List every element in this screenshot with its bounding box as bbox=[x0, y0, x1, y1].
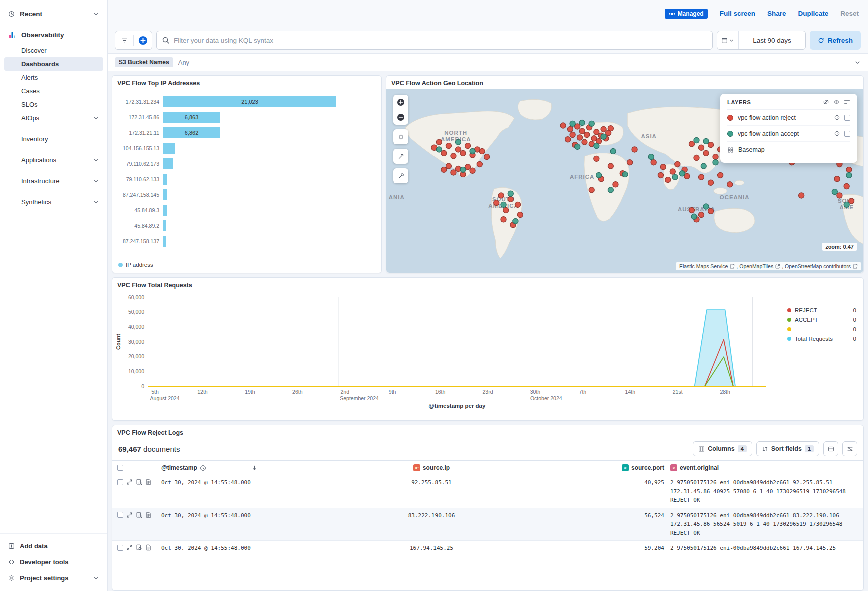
set-view-button[interactable] bbox=[393, 129, 408, 144]
sidebar-footer-project-settings[interactable]: Project settings bbox=[4, 570, 103, 586]
map-region-label: ASIA bbox=[641, 133, 657, 139]
bar[interactable] bbox=[163, 174, 167, 185]
bar[interactable]: 6,863 bbox=[163, 112, 220, 123]
columns-button[interactable]: Columns 4 bbox=[693, 441, 752, 456]
view-document-icon[interactable] bbox=[136, 544, 142, 551]
sort-fields-button[interactable]: Sort fields 1 bbox=[756, 441, 819, 456]
time-range-value[interactable]: Last 90 days bbox=[739, 37, 805, 44]
sidebar-item-alerts[interactable]: Alerts bbox=[4, 71, 103, 84]
column-header-timestamp[interactable]: @timestamp bbox=[158, 464, 261, 471]
chevron-down-icon[interactable] bbox=[93, 199, 99, 205]
attribution-link[interactable]: OpenStreetMap contributors bbox=[785, 263, 851, 269]
map-tools-button[interactable] bbox=[393, 168, 408, 183]
single-document-icon[interactable] bbox=[145, 544, 152, 551]
bar-chart-row: 79.110.62.133 bbox=[115, 171, 374, 187]
row-checkbox[interactable] bbox=[117, 545, 123, 551]
chevron-down-icon[interactable] bbox=[93, 575, 99, 581]
attribution-link[interactable]: OpenMapTiles bbox=[739, 263, 773, 269]
bar[interactable]: 21,023 bbox=[163, 96, 336, 107]
search-input[interactable] bbox=[174, 37, 707, 44]
total-requests-chart[interactable]: 010,00020,00030,00040,00050,00060,0005th… bbox=[112, 291, 783, 409]
display-options-button[interactable] bbox=[823, 441, 838, 456]
legend-item-total-requests[interactable]: Total Requests0 bbox=[787, 336, 856, 342]
filters-button[interactable] bbox=[115, 31, 133, 49]
row-controls bbox=[112, 475, 158, 485]
show-all-layers-icon[interactable] bbox=[833, 99, 840, 105]
managed-badge[interactable]: Managed bbox=[665, 9, 708, 19]
add-filter-button[interactable] bbox=[134, 31, 152, 49]
view-document-icon[interactable] bbox=[136, 479, 142, 485]
row-checkbox[interactable] bbox=[117, 512, 123, 518]
panel-top-ip-addresses: VPC Flow Top IP Addresses 172.31.31.2342… bbox=[112, 75, 382, 273]
bar[interactable] bbox=[163, 158, 173, 169]
layer-checkbox[interactable] bbox=[844, 131, 850, 137]
hide-all-layers-icon[interactable] bbox=[823, 99, 829, 105]
layer-item-vpc-flow-action-accept[interactable]: vpc flow action accept bbox=[727, 126, 850, 142]
chevron-down-icon[interactable] bbox=[93, 178, 99, 184]
reset-button[interactable]: Reset bbox=[840, 10, 859, 17]
clock-icon bbox=[834, 131, 840, 136]
external-link-icon[interactable] bbox=[852, 264, 858, 269]
sidebar-item-inventory[interactable]: Inventory bbox=[4, 132, 103, 146]
bar-track bbox=[163, 143, 374, 154]
legend-item--[interactable]: -0 bbox=[787, 326, 856, 332]
bar[interactable]: 6,862 bbox=[163, 127, 220, 138]
layer-item-basemap[interactable]: Basemap bbox=[727, 142, 850, 158]
sidebar-item-infrastructure[interactable]: Infrastructure bbox=[4, 174, 103, 188]
measure-button[interactable] bbox=[393, 149, 408, 164]
control-group-value[interactable]: Any bbox=[178, 59, 849, 66]
expand-row-icon[interactable] bbox=[126, 479, 133, 485]
chevron-down-icon[interactable] bbox=[93, 157, 99, 163]
sidebar-observability[interactable]: Observability bbox=[0, 28, 107, 42]
kql-search-box[interactable] bbox=[156, 31, 713, 50]
single-document-icon[interactable] bbox=[145, 479, 152, 485]
map[interactable]: NORTHAMERICASOUTHAMERICAAFRICAASIAOCEANI… bbox=[386, 89, 863, 273]
layer-item-vpc-flow-action-reject[interactable]: vpc flow action reject bbox=[727, 110, 850, 126]
sidebar-item-discover[interactable]: Discover bbox=[4, 44, 103, 57]
sidebar-recent[interactable]: Recent bbox=[0, 7, 107, 21]
layer-list-icon[interactable] bbox=[844, 99, 850, 105]
chevron-down-icon[interactable] bbox=[854, 59, 861, 66]
column-header-source-port[interactable]: # source.port bbox=[602, 464, 667, 471]
sidebar-footer-developer-tools[interactable]: Developer tools bbox=[4, 554, 103, 570]
zoom-in-button[interactable] bbox=[393, 95, 408, 110]
bar[interactable] bbox=[163, 205, 167, 216]
sidebar-item-dashboards[interactable]: Dashboards bbox=[4, 57, 103, 71]
expand-row-icon[interactable] bbox=[126, 512, 133, 518]
bar[interactable] bbox=[163, 236, 166, 247]
refresh-button[interactable]: Refresh bbox=[810, 31, 861, 50]
legend-item-accept[interactable]: ACCEPT0 bbox=[787, 317, 856, 323]
sidebar-item-applications[interactable]: Applications bbox=[4, 153, 103, 167]
bar[interactable] bbox=[163, 220, 166, 231]
sidebar-item-cases[interactable]: Cases bbox=[4, 84, 103, 98]
expand-row-icon[interactable] bbox=[126, 544, 133, 551]
sort-desc-icon[interactable] bbox=[251, 465, 258, 471]
row-checkbox[interactable] bbox=[117, 479, 123, 485]
grid-settings-button[interactable] bbox=[842, 441, 857, 456]
bar[interactable] bbox=[163, 189, 167, 200]
chevron-down-icon[interactable] bbox=[93, 115, 99, 121]
share-button[interactable]: Share bbox=[767, 10, 786, 17]
select-all-checkbox[interactable] bbox=[117, 465, 123, 471]
date-picker[interactable]: Last 90 days bbox=[717, 31, 806, 50]
column-header-event-original[interactable]: k event.original bbox=[667, 464, 863, 471]
view-document-icon[interactable] bbox=[136, 512, 142, 518]
bar[interactable] bbox=[163, 143, 175, 154]
sidebar-item-synthetics[interactable]: Synthetics bbox=[4, 195, 103, 209]
bar-chart-legend[interactable]: IP address bbox=[112, 259, 381, 273]
column-header-source-ip[interactable]: IP source.ip bbox=[261, 464, 602, 471]
chevron-down-icon[interactable] bbox=[93, 11, 99, 17]
external-link-icon[interactable] bbox=[775, 264, 780, 269]
legend-item-reject[interactable]: REJECT0 bbox=[787, 307, 856, 313]
duplicate-button[interactable]: Duplicate bbox=[798, 10, 828, 17]
sidebar-footer-add-data[interactable]: Add data bbox=[4, 538, 103, 554]
attribution-link[interactable]: Elastic Maps Service bbox=[679, 263, 728, 269]
sidebar-item-slos[interactable]: SLOs bbox=[4, 98, 103, 111]
zoom-out-button[interactable] bbox=[393, 110, 408, 125]
single-document-icon[interactable] bbox=[145, 512, 152, 518]
sidebar-item-aiops[interactable]: AIOps bbox=[4, 111, 103, 125]
date-picker-toggle[interactable] bbox=[717, 31, 739, 49]
full-screen-button[interactable]: Full screen bbox=[720, 10, 755, 17]
layer-checkbox[interactable] bbox=[844, 115, 850, 121]
external-link-icon[interactable] bbox=[729, 264, 735, 269]
